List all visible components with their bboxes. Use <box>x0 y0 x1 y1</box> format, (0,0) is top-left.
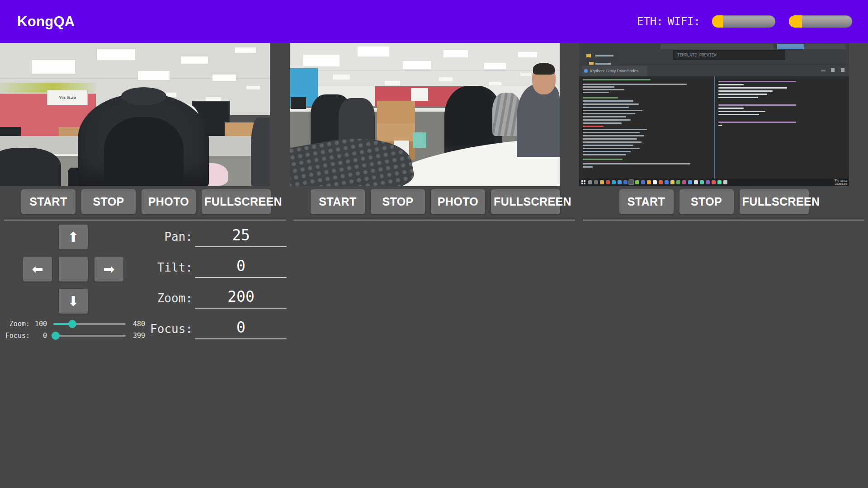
taskbar-app-icon <box>635 180 639 184</box>
stop-button[interactable]: STOP <box>679 189 734 214</box>
app-title: KongQA <box>17 14 75 30</box>
console-text-line <box>583 92 609 93</box>
camera-3-controls: START STOP FULLSCREEN <box>579 189 849 214</box>
clock-date: 2020/12/2 <box>834 183 847 186</box>
window-controls-icons <box>821 68 845 72</box>
divider <box>583 220 864 221</box>
taskbar-app-icon <box>647 180 651 184</box>
console-text-line <box>583 110 642 111</box>
console-text-line <box>583 141 642 143</box>
console-text-line <box>718 114 759 115</box>
network-status: ETH: WIFI: <box>637 0 852 43</box>
console-text-line <box>583 89 624 90</box>
ptz-control-panel: ⬆ ⬅ ➡ ⬇ Zoom: 100 480 Focus: 0 <box>0 224 289 355</box>
windows-taskbar: 下午 09:13 2020/12/2 <box>579 178 849 186</box>
console-text-line <box>583 129 647 130</box>
camera-3-panel: TEMPLATE_PREVIEW IPython: G:My Drive/cod… <box>579 43 868 488</box>
taskbar-app-icon <box>676 180 680 184</box>
camera-2-controls: START STOP PHOTO FULLSCREEN <box>289 189 581 214</box>
windows-start-icon <box>581 180 585 184</box>
clock-time: 下午 09:13 <box>834 179 847 183</box>
console-text-line <box>718 87 787 89</box>
divider <box>293 220 575 221</box>
ptz-fields: Pan: 25 Tilt: 0 Zoom: 200 Focus: 0 <box>0 188 289 359</box>
kongqa-app: KongQA ETH: WIFI: Vic Kao <box>0 0 868 488</box>
ide-search-field: TEMPLATE_PREVIEW <box>673 50 785 60</box>
taskbar-app-icon <box>600 180 604 184</box>
taskbar-app-icon <box>688 180 692 184</box>
console-text-line <box>583 107 629 108</box>
console-text-line <box>583 163 690 164</box>
console-text-line <box>583 100 633 102</box>
console-text-line <box>583 166 593 168</box>
console-text-line <box>583 145 633 146</box>
console-text-line <box>718 125 722 126</box>
taskbar-app-icon <box>682 180 686 184</box>
taskbar-app-icon <box>594 180 598 184</box>
app-header: KongQA ETH: WIFI: <box>0 0 868 43</box>
pane-splitter <box>714 76 715 178</box>
console-text-line <box>583 132 640 133</box>
taskbar-app-icon <box>659 180 663 184</box>
console-text-line <box>718 104 796 106</box>
console-text-line <box>718 122 796 123</box>
console-text-line <box>583 122 622 124</box>
console-text-line <box>718 94 767 95</box>
focus-field-input[interactable]: 0 <box>195 319 287 339</box>
camera-1-feed: Vic Kao <box>0 43 270 186</box>
pan-field-label: Pan: <box>129 230 193 244</box>
camera-3-feed: TEMPLATE_PREVIEW IPython: G:My Drive/cod… <box>579 43 849 186</box>
person-head <box>532 65 556 94</box>
console-output <box>579 76 849 178</box>
console-text-line <box>583 151 631 152</box>
person-body <box>517 84 560 157</box>
console-text-line <box>583 148 640 149</box>
photo-button[interactable]: PHOTO <box>431 189 485 214</box>
console-text-line <box>583 126 604 127</box>
taskbar-app-icon <box>694 180 698 184</box>
console-text-line <box>583 119 631 121</box>
box <box>413 132 426 148</box>
taskbar-app-icon <box>665 180 669 184</box>
console-text-line <box>583 159 623 160</box>
zoom-field-input[interactable]: 200 <box>195 288 287 309</box>
start-button[interactable]: START <box>311 189 365 214</box>
jacket-on-chair <box>78 94 209 186</box>
taskbar-app-icon <box>712 180 716 184</box>
tilt-field-label: Tilt: <box>129 261 193 274</box>
console-text-line <box>583 116 626 117</box>
fullscreen-button[interactable]: FULLSCREEN <box>740 189 809 214</box>
eth-signal-fill <box>712 15 723 28</box>
console-text-line <box>718 81 796 82</box>
taskbar-app-icon <box>717 180 722 184</box>
pan-field-input[interactable]: 25 <box>195 226 287 247</box>
console-window-title: IPython: G:My Drive/codes <box>582 66 647 76</box>
chair-edge <box>251 117 270 186</box>
fullscreen-button[interactable]: FULLSCREEN <box>491 189 560 214</box>
start-button[interactable]: START <box>619 189 674 214</box>
eth-signal-bar <box>712 15 775 28</box>
taskbar-app-icon <box>670 180 675 184</box>
focus-field-label: Focus: <box>129 322 193 336</box>
taskbar-app-icon <box>606 180 610 184</box>
camera-2-feed <box>290 43 560 186</box>
taskbar-clock: 下午 09:13 2020/12/2 <box>834 179 847 186</box>
name-plate: Vic Kao <box>47 90 88 105</box>
console-text-line <box>583 84 687 85</box>
wifi-signal-bar <box>789 15 852 28</box>
console-text-line <box>583 79 651 80</box>
console-text-line <box>583 97 618 99</box>
console-text-line <box>718 108 744 109</box>
console-text-line <box>583 86 614 88</box>
stop-button[interactable]: STOP <box>371 189 425 214</box>
taskbar-app-icon <box>706 180 710 184</box>
zoom-field-label: Zoom: <box>129 291 193 305</box>
office-chair <box>0 148 61 186</box>
console-window-titlebar: IPython: G:My Drive/codes <box>579 65 849 76</box>
taskbar-app-icon <box>618 180 622 184</box>
console-text-line <box>718 84 744 85</box>
tilt-field-input[interactable]: 0 <box>195 257 287 278</box>
wifi-signal-fill <box>789 15 802 28</box>
console-text-line <box>583 154 626 155</box>
console-text-line <box>583 103 639 105</box>
